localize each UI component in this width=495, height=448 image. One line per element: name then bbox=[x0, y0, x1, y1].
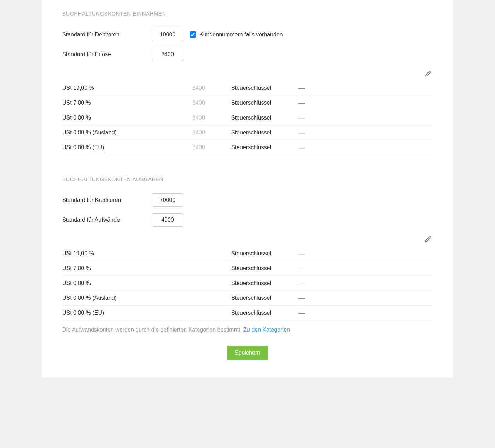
tax-rate-label: USt 0,00 % (EU) bbox=[62, 144, 166, 151]
tax-account-value: 8400 bbox=[166, 129, 231, 136]
tax-key-label: Steuerschlüssel bbox=[231, 144, 298, 151]
tax-key-value: — bbox=[298, 265, 305, 272]
tax-rate-label: USt 0,00 % (Ausland) bbox=[62, 295, 166, 301]
table-row: USt 0,00 % (EU) Steuerschlüssel — bbox=[62, 306, 433, 320]
expense-section-header: BUCHHALTUNGSKONTEN AUSGABEN bbox=[62, 176, 433, 182]
tax-key-label: Steuerschlüssel bbox=[231, 295, 298, 301]
tax-account-value: 8400 bbox=[166, 144, 231, 151]
table-row: USt 7,00 % 8400 Steuerschlüssel — bbox=[62, 95, 433, 110]
customer-numbers-checkbox-wrap[interactable]: Kundennummern falls vorhanden bbox=[190, 31, 283, 38]
tax-account-value: 8400 bbox=[166, 85, 231, 91]
tax-rate-label: USt 7,00 % bbox=[62, 265, 166, 272]
expenses-label: Standard für Aufwände bbox=[62, 217, 152, 223]
tax-key-label: Steuerschlüssel bbox=[231, 100, 298, 106]
expense-edit-button[interactable] bbox=[424, 234, 433, 245]
tax-rate-label: USt 0,00 % (EU) bbox=[62, 310, 166, 316]
table-row: USt 0,00 % Steuerschlüssel — bbox=[62, 276, 433, 291]
income-edit-button[interactable] bbox=[424, 69, 433, 79]
tax-key-value: — bbox=[298, 280, 305, 287]
tax-rate-label: USt 19,00 % bbox=[62, 250, 166, 257]
tax-key-label: Steuerschlüssel bbox=[231, 115, 298, 121]
tax-rate-label: USt 0,00 % (Ausland) bbox=[62, 129, 166, 136]
tax-key-value: — bbox=[298, 250, 305, 257]
help-text-body: Die Aufwandskonten werden durch die defi… bbox=[62, 327, 243, 333]
table-row: USt 19,00 % 8400 Steuerschlüssel — bbox=[62, 81, 433, 95]
table-row: USt 7,00 % Steuerschlüssel — bbox=[62, 261, 433, 276]
table-row: USt 19,00 % Steuerschlüssel — bbox=[62, 246, 433, 261]
tax-key-value: — bbox=[298, 99, 305, 106]
expense-tax-table: USt 19,00 % Steuerschlüssel — USt 7,00 %… bbox=[62, 246, 433, 320]
tax-key-value: — bbox=[298, 85, 305, 92]
tax-rate-label: USt 0,00 % bbox=[62, 280, 166, 286]
save-button[interactable]: Speichern bbox=[227, 346, 268, 360]
tax-key-label: Steuerschlüssel bbox=[231, 85, 298, 91]
pencil-icon bbox=[425, 72, 431, 78]
tax-key-value: — bbox=[298, 295, 305, 302]
creditors-input[interactable] bbox=[152, 193, 183, 207]
income-section-header: BUCHHALTUNGSKONTEN EINNAHMEN bbox=[62, 11, 433, 17]
tax-account-value: 8400 bbox=[166, 100, 231, 106]
tax-rate-label: USt 19,00 % bbox=[62, 85, 166, 91]
tax-account-value: 8400 bbox=[166, 115, 231, 121]
tax-key-value: — bbox=[298, 309, 305, 316]
customer-numbers-checkbox[interactable] bbox=[190, 31, 196, 38]
tax-key-value: — bbox=[298, 129, 305, 136]
pencil-icon bbox=[425, 238, 431, 243]
tax-key-label: Steuerschlüssel bbox=[231, 265, 298, 272]
categories-link[interactable]: Zu den Kategorien bbox=[243, 327, 290, 333]
debitors-input[interactable] bbox=[152, 28, 183, 41]
tax-key-value: — bbox=[298, 114, 305, 121]
debitors-label: Standard für Debitoren bbox=[62, 31, 152, 38]
creditors-label: Standard für Kreditoren bbox=[62, 197, 152, 203]
tax-key-label: Steuerschlüssel bbox=[231, 310, 298, 316]
expenses-input[interactable] bbox=[152, 213, 183, 227]
revenue-label: Standard für Erlöse bbox=[62, 51, 152, 58]
tax-key-label: Steuerschlüssel bbox=[231, 280, 298, 286]
expense-help-text: Die Aufwandskonten werden durch die defi… bbox=[62, 327, 433, 333]
tax-rate-label: USt 0,00 % bbox=[62, 115, 166, 121]
tax-key-value: — bbox=[298, 144, 305, 151]
table-row: USt 0,00 % (Ausland) Steuerschlüssel — bbox=[62, 291, 433, 306]
tax-key-label: Steuerschlüssel bbox=[231, 250, 298, 257]
tax-rate-label: USt 7,00 % bbox=[62, 100, 166, 106]
table-row: USt 0,00 % (Ausland) 8400 Steuerschlüsse… bbox=[62, 125, 433, 140]
income-tax-table: USt 19,00 % 8400 Steuerschlüssel — USt 7… bbox=[62, 81, 433, 155]
revenue-input[interactable] bbox=[152, 48, 183, 61]
customer-numbers-label: Kundennummern falls vorhanden bbox=[199, 31, 283, 38]
tax-key-label: Steuerschlüssel bbox=[231, 129, 298, 136]
table-row: USt 0,00 % 8400 Steuerschlüssel — bbox=[62, 110, 433, 125]
table-row: USt 0,00 % (EU) 8400 Steuerschlüssel — bbox=[62, 140, 433, 155]
